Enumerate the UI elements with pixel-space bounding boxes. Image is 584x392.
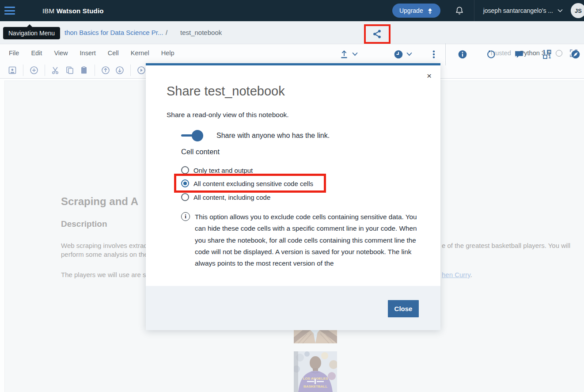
menu-help[interactable]: Help [161,49,174,57]
notebook-menubar: File Edit View Insert Cell Kernel Help T… [0,44,584,62]
toolbar-divider [45,65,45,76]
menu-file[interactable]: File [9,49,19,57]
toolbar-divider [95,65,95,76]
radio-button-icon[interactable] [181,193,189,201]
save-icon[interactable] [8,66,17,75]
action-bar: thon Basics for Data Science Pr... / tes… [0,21,584,44]
option-info-text: This option allows you to exclude code c… [195,211,424,269]
toggle-label: Share with anyone who has the link. [216,132,330,140]
modal-title: Share test_notebook [167,84,285,99]
chevron-down-icon [557,9,563,12]
versions-clock-icon[interactable] [394,49,403,59]
versions-chevron-down-icon[interactable] [406,52,412,56]
bell-icon[interactable] [455,6,464,15]
paste-icon[interactable] [80,66,88,75]
radio-only-text-and-output[interactable]: Only text and output [181,164,253,177]
share-modal: × Share test_notebook Share a read-only … [146,63,440,330]
share-icon[interactable] [372,29,382,39]
kebab-menu-icon[interactable] [429,49,439,59]
avatar[interactable]: JS [571,3,584,18]
publish-icon[interactable] [339,49,349,59]
upgrade-button[interactable]: Upgrade [392,4,440,18]
account-menu[interactable]: joseph santarcangelo's ... [483,7,563,14]
move-up-icon[interactable] [101,66,110,75]
breadcrumb-separator: / [166,29,167,36]
account-name: joseph santarcangelo's ... [483,7,553,14]
add-cell-icon[interactable] [30,66,38,75]
compass-icon[interactable] [571,49,580,59]
menu-view[interactable]: View [54,49,68,57]
upgrade-arrow-icon [427,8,433,14]
move-down-icon[interactable] [115,66,124,75]
radio-all-content-excluding-sensitive[interactable]: All content excluding sensitive code cel… [181,177,313,190]
navigation-menu-tooltip: Navigation Menu [3,27,60,39]
close-button[interactable]: Close [388,300,419,317]
share-annotation-box [364,24,391,44]
info-filled-icon[interactable] [458,49,467,59]
copy-icon[interactable] [65,66,74,75]
svg-text:1: 1 [543,49,546,54]
watson-studio-app: IBM Watson Studio Upgrade joseph santarc… [0,0,584,392]
cell-content-heading: Cell content [181,148,220,156]
modal-footer: Close [146,286,440,330]
radio-button-icon[interactable] [181,166,189,174]
radio-button-icon[interactable] [181,179,189,187]
run-icon[interactable] [137,66,146,75]
comments-icon[interactable] [514,49,524,59]
share-link-toggle[interactable] [181,130,203,141]
history-icon[interactable] [486,49,496,59]
toolbar-divider [130,65,131,76]
svg-text:1: 1 [548,54,551,59]
toolbar-divider [23,65,23,76]
menu-insert[interactable]: Insert [80,49,96,57]
info-outline-icon: i [181,212,190,221]
navigation-menu-icon[interactable] [4,7,15,15]
menu-edit[interactable]: Edit [31,49,42,57]
action-bar-divider [445,43,446,65]
breadcrumb-notebook: test_notebook [180,29,222,36]
data-bits-icon[interactable]: 11 [542,49,552,59]
kernel-status-icon [556,50,562,57]
toggle-knob[interactable] [192,130,203,141]
publish-chevron-down-icon[interactable] [352,52,358,56]
radio-all-content-including-code[interactable]: All content, including code [181,190,270,204]
kernel-status-area: Trusted | Python 3.5 [489,44,578,62]
app-header: IBM Watson Studio Upgrade joseph santarc… [0,0,584,21]
menu-kernel[interactable]: Kernel [131,49,149,57]
breadcrumb-project-link[interactable]: thon Basics for Data Science Pr... [64,29,163,36]
close-icon[interactable]: × [427,72,432,80]
cut-icon[interactable] [51,66,60,75]
header-divider [474,0,474,21]
modal-subtitle: Share a read-only view of this notebook. [167,111,289,119]
brand-title: IBM Watson Studio [42,7,104,15]
menu-cell[interactable]: Cell [108,49,119,57]
header-actions: Upgrade joseph santarcangelo's ... JS [392,0,584,21]
